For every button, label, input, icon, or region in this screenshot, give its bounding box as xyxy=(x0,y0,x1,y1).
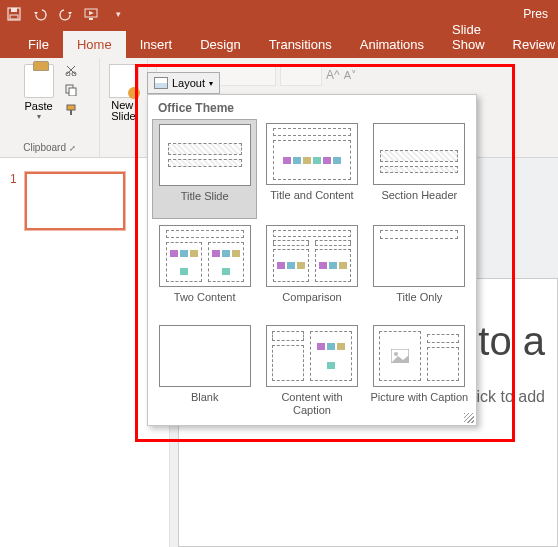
redo-icon[interactable] xyxy=(58,6,74,22)
layout-thumb xyxy=(159,325,251,387)
layout-option-label: Blank xyxy=(154,391,255,417)
layout-button[interactable]: Layout ▾ xyxy=(147,72,220,94)
tab-insert[interactable]: Insert xyxy=(126,31,187,58)
paste-label: Paste xyxy=(24,100,52,112)
layout-option-label: Two Content xyxy=(154,291,255,317)
resize-grip-icon[interactable] xyxy=(464,413,474,423)
slides-group: NewSlide xyxy=(100,58,148,157)
customize-qat-icon[interactable]: ▾ xyxy=(110,6,126,22)
layout-option-label: Content with Caption xyxy=(261,391,362,417)
layout-option-label: Title Slide xyxy=(155,190,254,216)
save-icon[interactable] xyxy=(6,6,22,22)
chevron-down-icon: ▾ xyxy=(37,112,41,121)
new-slide-button[interactable]: NewSlide xyxy=(105,62,143,124)
svg-rect-10 xyxy=(70,110,72,115)
tab-design[interactable]: Design xyxy=(186,31,254,58)
layout-icon xyxy=(154,77,168,89)
slide-thumbnail[interactable] xyxy=(25,172,125,230)
new-slide-label: NewSlide xyxy=(111,100,135,122)
layout-option-label: Title and Content xyxy=(261,189,362,215)
thumbnail-row[interactable]: 1 xyxy=(0,172,169,230)
dialog-launcher-icon[interactable]: ⤢ xyxy=(69,144,76,153)
layout-option-label: Title Only xyxy=(369,291,470,317)
quick-access-toolbar: ▾ xyxy=(6,6,126,22)
slide-thumbnail-panel: 1 xyxy=(0,158,170,547)
increase-font-icon[interactable]: A^ xyxy=(326,68,340,82)
copy-button[interactable] xyxy=(62,82,80,98)
tab-home[interactable]: Home xyxy=(63,31,126,58)
layout-option-label: Picture with Caption xyxy=(369,391,470,417)
layout-option-label: Section Header xyxy=(369,189,470,215)
layout-thumb xyxy=(159,225,251,287)
svg-rect-1 xyxy=(11,8,17,12)
clipboard-group-label: Clipboard ⤢ xyxy=(23,142,76,155)
layout-option-picture-caption[interactable]: Picture with Caption xyxy=(367,321,472,419)
layout-option-title[interactable]: Title Slide xyxy=(152,119,257,219)
thumbnail-number: 1 xyxy=(10,172,17,230)
layout-dropdown-header: Office Theme xyxy=(148,95,476,119)
clipboard-group: Paste ▾ Clipboard ⤢ xyxy=(0,58,100,157)
layout-thumb xyxy=(266,325,358,387)
tab-transitions[interactable]: Transitions xyxy=(255,31,346,58)
svg-point-12 xyxy=(394,352,398,356)
cut-button[interactable] xyxy=(62,62,80,78)
layout-thumb xyxy=(266,225,358,287)
layout-option-comparison[interactable]: Comparison xyxy=(259,221,364,319)
format-painter-button[interactable] xyxy=(62,102,80,118)
clipboard-icon xyxy=(24,64,54,98)
new-slide-icon xyxy=(109,64,139,98)
layout-dropdown: Office Theme Title SlideTitle and Conten… xyxy=(147,94,477,426)
svg-rect-9 xyxy=(67,105,75,110)
layout-option-two-content[interactable]: Two Content xyxy=(152,221,257,319)
tab-animations[interactable]: Animations xyxy=(346,31,438,58)
layout-option-title-content[interactable]: Title and Content xyxy=(259,119,364,219)
font-size-combo[interactable] xyxy=(280,64,322,86)
layout-thumb xyxy=(373,225,465,287)
layout-thumb xyxy=(159,124,251,186)
layout-thumb xyxy=(266,123,358,185)
layout-option-content-caption[interactable]: Content with Caption xyxy=(259,321,364,419)
tab-file[interactable]: File xyxy=(14,31,63,58)
svg-rect-4 xyxy=(89,18,93,20)
tab-slide-show[interactable]: Slide Show xyxy=(438,16,499,58)
start-from-beginning-icon[interactable] xyxy=(84,6,100,22)
paste-button[interactable]: Paste ▾ xyxy=(20,62,58,123)
layout-thumb xyxy=(373,123,465,185)
chevron-down-icon: ▾ xyxy=(209,79,213,88)
layout-button-label: Layout xyxy=(172,77,205,89)
decrease-font-icon[interactable]: A˅ xyxy=(344,69,357,82)
undo-icon[interactable] xyxy=(32,6,48,22)
svg-rect-2 xyxy=(10,15,18,19)
layout-option-blank[interactable]: Blank xyxy=(152,321,257,419)
layout-option-label: Comparison xyxy=(261,291,362,317)
layout-option-section-header[interactable]: Section Header xyxy=(367,119,472,219)
svg-rect-8 xyxy=(69,88,76,96)
layout-option-title-only[interactable]: Title Only xyxy=(367,221,472,319)
tab-review[interactable]: Review xyxy=(499,31,558,58)
ribbon-tabs: File Home Insert Design Transitions Anim… xyxy=(0,28,558,58)
layout-thumb xyxy=(373,325,465,387)
